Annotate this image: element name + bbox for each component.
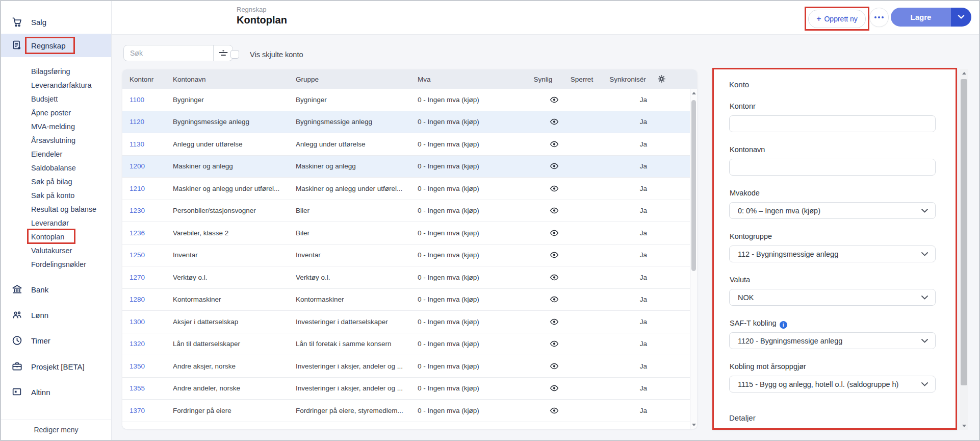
table-row[interactable]: 1370Fordringer på eiereFordringer på eie… [122, 400, 690, 422]
arsoppgjor-select[interactable]: 1115 - Bygg og anlegg, hotell o.l. (sald… [729, 376, 936, 393]
kontogruppe-select[interactable]: 112 - Bygningsmessige anlegg [729, 246, 936, 262]
account-link[interactable]: 1120 [130, 118, 144, 126]
sidebar-item-leverandørfaktura[interactable]: Leverandørfaktura [31, 78, 96, 92]
scrollbar-thumb[interactable] [691, 100, 696, 271]
eye-icon[interactable] [550, 141, 559, 148]
table-settings-gear-icon[interactable] [657, 75, 666, 83]
sidebar-item-bank[interactable]: Bank [1, 278, 111, 301]
filter-button[interactable] [213, 45, 233, 61]
sidebar-item-resultat-og-balanse[interactable]: Resultat og balanse [31, 202, 96, 216]
account-link[interactable]: 1270 [130, 274, 145, 281]
eye-icon[interactable] [550, 340, 559, 347]
table-row[interactable]: 1350Andre aksjer, norskeInvesteringer i … [122, 355, 690, 378]
sidebar-item-timer[interactable]: Timer [1, 329, 111, 352]
column-header-synlig[interactable]: Synlig [531, 76, 567, 83]
account-link[interactable]: 1280 [130, 296, 145, 303]
table-row[interactable]: 1236Varebiler, klasse 2Biler0 - Ingen mv… [122, 222, 690, 244]
sidebar-item-valutakurser[interactable]: Valutakurser [31, 243, 96, 257]
table-row[interactable]: 1100BygningerBygninger0 - Ingen mva (kjø… [122, 89, 690, 111]
create-new-button[interactable]: + Opprett ny [808, 10, 866, 28]
sidebar-item-kontoplan[interactable]: Kontoplan [31, 230, 96, 243]
column-header-kontonr[interactable]: Kontonr [122, 76, 173, 83]
sidebar-item-bilagsføring[interactable]: Bilagsføring [31, 64, 96, 78]
sidebar-item-årsavslutning[interactable]: Årsavslutning [31, 133, 96, 147]
eye-icon[interactable] [550, 207, 559, 214]
scroll-up-arrow[interactable] [690, 89, 697, 97]
table-row[interactable]: 1120Bygningsmessige anleggBygningsmessig… [122, 111, 690, 134]
sidebar-item-regnskap[interactable]: Regnskap [1, 34, 111, 57]
show-hidden-checkbox[interactable] [230, 50, 239, 59]
account-link[interactable]: 1250 [130, 251, 145, 259]
account-link[interactable]: 1350 [130, 362, 145, 370]
scroll-down-arrow[interactable] [960, 422, 968, 430]
sidebar-item-mva-melding[interactable]: MVA-melding [31, 119, 96, 133]
table-row[interactable]: 1200Maskiner og anleggMaskiner og anlegg… [122, 156, 690, 178]
eye-icon[interactable] [550, 96, 559, 103]
scroll-up-arrow[interactable] [960, 69, 968, 77]
eye-icon[interactable] [550, 163, 559, 169]
more-options-button[interactable] [869, 8, 889, 27]
sidebar-item-søk-på-konto[interactable]: Søk på konto [31, 188, 96, 202]
table-row[interactable]: 1130Anlegg under utførelseAnlegg under u… [122, 133, 690, 156]
account-link[interactable]: 1236 [130, 229, 145, 237]
table-scrollbar[interactable] [690, 89, 697, 429]
sidebar-item-søk-på-bilag[interactable]: Søk på bilag [31, 175, 96, 188]
account-link[interactable]: 1300 [130, 318, 145, 326]
account-link[interactable]: 1230 [130, 207, 145, 214]
sidebar-item-saldobalanse[interactable]: Saldobalanse [31, 161, 96, 175]
sidebar-item-prosjekt[interactable]: Prosjekt [BETA] [1, 355, 111, 378]
column-header-gruppe[interactable]: Gruppe [296, 76, 418, 83]
table-row[interactable]: 1380Fordringer på ansatteFordringer på a… [122, 422, 690, 429]
search-input[interactable] [124, 45, 213, 61]
eye-icon[interactable] [550, 318, 559, 325]
sidebar-item-budsjett[interactable]: Budsjett [31, 92, 96, 106]
table-row[interactable]: 1210Maskiner og anlegg under utførel...M… [122, 178, 690, 200]
account-link[interactable]: 1100 [130, 96, 144, 104]
edit-menu-button[interactable]: Rediger meny [1, 426, 111, 434]
eye-icon[interactable] [550, 296, 559, 303]
sidebar-item-fordelingsnøkler[interactable]: Fordelingsnøkler [31, 257, 96, 271]
eye-icon[interactable] [550, 118, 559, 125]
table-row[interactable]: 1270Verktøy o.l.Verktøy o.l.0 - Ingen mv… [122, 266, 690, 289]
eye-icon[interactable] [550, 185, 559, 192]
sidebar-item-salg[interactable]: Salg [1, 10, 111, 34]
sidebar-item-lonn[interactable]: Lønn [1, 303, 111, 327]
sidebar-item-åpne-poster[interactable]: Åpne poster [31, 106, 96, 119]
table-row[interactable]: 1300Aksjer i datterselskapInvesteringer … [122, 311, 690, 333]
account-link[interactable]: 1130 [130, 140, 144, 148]
scrollbar-thumb[interactable] [961, 79, 967, 385]
eye-icon[interactable] [550, 385, 559, 391]
eye-icon[interactable] [550, 407, 559, 414]
eye-icon[interactable] [550, 363, 559, 370]
account-link[interactable]: 1320 [130, 340, 145, 348]
eye-icon[interactable] [550, 230, 559, 236]
mvakode-select[interactable]: 0: 0% – Ingen mva (kjøp) [729, 202, 936, 219]
table-row[interactable]: 1250InventarInventar0 - Ingen mva (kjøp)… [122, 244, 690, 267]
sidebar-item-eiendeler[interactable]: Eiendeler [31, 147, 96, 161]
info-icon[interactable]: i [780, 321, 787, 329]
table-row[interactable]: 1280KontormaskinerKontormaskiner0 - Inge… [122, 289, 690, 311]
kontonavn-input[interactable] [729, 159, 936, 176]
column-header-mva[interactable]: Mva [418, 76, 531, 83]
eye-icon[interactable] [550, 252, 559, 258]
save-split-button[interactable]: Lagre [891, 8, 971, 27]
kontonr-input[interactable] [729, 115, 936, 132]
table-row[interactable]: 1230Personbiler/stasjonsvognerBiler0 - I… [122, 200, 690, 223]
sidebar-item-altinn[interactable]: Altinn [1, 380, 111, 404]
saft-kobling-select[interactable]: 1120 - Bygningsmessige anlegg [729, 332, 936, 349]
column-header-kontonavn[interactable]: Kontonavn [173, 76, 296, 83]
account-link[interactable]: 1355 [130, 384, 145, 392]
column-header-sperret[interactable]: Sperret [567, 76, 603, 83]
eye-icon[interactable] [550, 274, 559, 281]
table-row[interactable]: 1320Lån til datterselskaperLån til foret… [122, 333, 690, 356]
account-link[interactable]: 1200 [130, 162, 145, 170]
scroll-down-arrow[interactable] [690, 421, 697, 429]
sidebar-item-leverandør[interactable]: Leverandør [31, 216, 96, 230]
table-row[interactable]: 1355Andre andeler, norskeInvesteringer i… [122, 378, 690, 400]
valuta-select[interactable]: NOK [729, 289, 936, 306]
save-dropdown-button[interactable] [951, 8, 971, 27]
panel-scrollbar[interactable] [960, 69, 968, 430]
save-button[interactable]: Lagre [891, 8, 951, 27]
account-link[interactable]: 1370 [130, 407, 145, 414]
account-link[interactable]: 1210 [130, 185, 145, 192]
